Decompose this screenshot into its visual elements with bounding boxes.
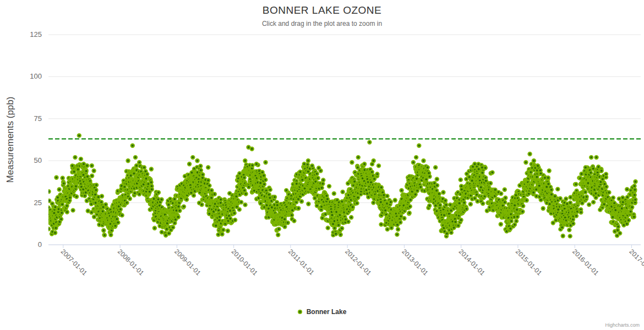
highcharts-credits[interactable]: Highcharts.com: [605, 322, 640, 328]
chart-container: BONNER LAKE OZONE Click and drag in the …: [0, 0, 644, 330]
x-axis-line: [48, 245, 641, 248]
svg-text:2017-01-01: 2017-01-01: [627, 248, 644, 277]
svg-text:0: 0: [38, 240, 42, 249]
svg-text:2007-01-01: 2007-01-01: [59, 248, 89, 277]
legend-item-bonner-lake[interactable]: Bonner Lake: [298, 308, 347, 316]
svg-text:2013-01-01: 2013-01-01: [400, 248, 430, 277]
y-axis-title: Measurements (ppb): [5, 97, 15, 183]
svg-text:100: 100: [30, 72, 42, 80]
legend: Bonner Lake: [0, 308, 644, 316]
svg-text:2015-01-01: 2015-01-01: [514, 248, 544, 277]
svg-text:2012-01-01: 2012-01-01: [343, 248, 373, 277]
x-axis-tick-labels: 2007-01-012008-01-012009-01-012010-01-01…: [59, 248, 644, 277]
legend-marker-icon: [298, 310, 302, 314]
svg-text:2010-01-01: 2010-01-01: [230, 248, 260, 277]
scatter-plot[interactable]: 0255075100125 2007-01-012008-01-012009-0…: [0, 0, 644, 330]
svg-text:50: 50: [34, 156, 42, 164]
svg-text:25: 25: [34, 199, 42, 207]
svg-text:2009-01-01: 2009-01-01: [173, 248, 203, 277]
legend-label: Bonner Lake: [307, 308, 347, 316]
svg-text:2014-01-01: 2014-01-01: [457, 248, 487, 277]
series-bonner-lake-points[interactable]: [46, 134, 637, 238]
svg-text:75: 75: [34, 114, 42, 123]
svg-text:2008-01-01: 2008-01-01: [116, 248, 146, 277]
svg-text:2016-01-01: 2016-01-01: [571, 248, 601, 277]
y-axis-tick-labels: 0255075100125: [30, 30, 42, 249]
svg-text:2011-01-01: 2011-01-01: [287, 248, 316, 277]
svg-text:125: 125: [30, 30, 42, 38]
